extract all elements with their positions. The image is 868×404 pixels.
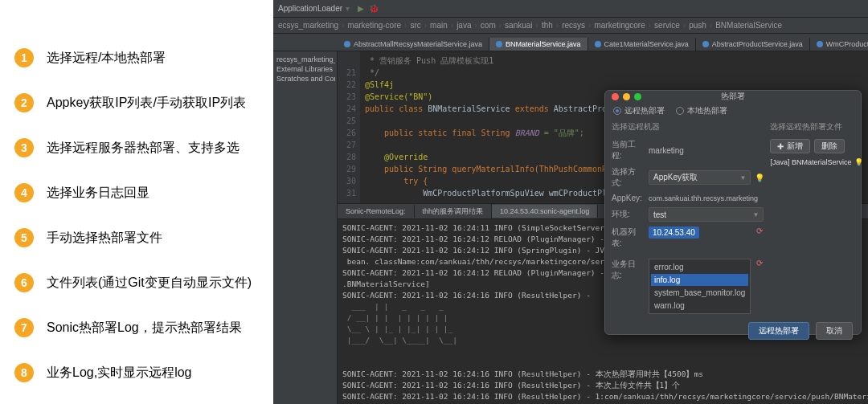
java-icon xyxy=(817,41,823,47)
refresh-icon[interactable]: ⟳ xyxy=(755,226,764,235)
dialog-titlebar: 热部署 xyxy=(605,91,861,102)
toolbar: ApplicationLoader ▾ ▶ 🐞 xyxy=(273,0,868,18)
project-tree[interactable]: recsys_marketing_l External Libraries Sc… xyxy=(273,51,338,404)
tree-item[interactable]: Scratches and Con xyxy=(275,74,335,84)
run-icon[interactable]: ▶ xyxy=(358,4,364,13)
log-line: SONIC-AGENT: 2021-11-02 16:24:16 INFO (R… xyxy=(342,369,703,378)
step-badge: 2 xyxy=(14,93,34,112)
step-3: 3选择远程服务器热部署、支持多选 xyxy=(14,138,264,157)
step-badge: 3 xyxy=(14,138,34,157)
select-value: AppKey获取 xyxy=(653,172,698,183)
step-text: 文件列表(通过Git变更自动显示文件) xyxy=(47,275,252,292)
crumb[interactable]: service xyxy=(654,21,686,30)
field-label: 业务日志: xyxy=(612,259,644,281)
step-text: Sonic热部署Log，提示热部署结果 xyxy=(47,320,242,337)
log-item[interactable]: error.log xyxy=(651,261,748,273)
tree-item[interactable]: recsys_marketing_l xyxy=(275,55,335,64)
radio-local[interactable]: 本地热部署 xyxy=(676,105,727,116)
crumb[interactable]: sankuai xyxy=(505,21,538,30)
method-select[interactable]: AppKey获取▼ xyxy=(649,170,751,185)
radio-icon xyxy=(613,107,621,115)
refresh-icon[interactable]: ⟳ xyxy=(755,259,764,267)
radio-icon xyxy=(676,107,684,115)
console-tab[interactable]: thh的服务调用结果 xyxy=(415,204,493,219)
log-file-list: error.log info.log system_base_monitor.l… xyxy=(649,259,751,314)
log-line: SONIC-AGENT: 2021-11-02 16:24:16 INFO (R… xyxy=(342,381,680,390)
step-badge: 1 xyxy=(14,48,34,67)
step-badge: 4 xyxy=(14,183,34,202)
step-text: 选择业务日志回显 xyxy=(47,185,149,202)
crumb[interactable]: src xyxy=(410,21,427,30)
radio-label: 本地热部署 xyxy=(687,105,727,116)
dialog-right-column: 选择远程热部署文件 ✚新增 删除 [Java] BNMaterialServic… xyxy=(770,121,866,314)
log-line: .BNMaterialService] xyxy=(342,280,430,288)
step-text: 选择远程/本地热部署 xyxy=(47,50,166,67)
log-item[interactable]: system_base_monitor.log xyxy=(651,287,748,299)
radio-label: 远程热部署 xyxy=(624,105,665,116)
add-file-button[interactable]: ✚新增 xyxy=(770,139,810,153)
chevron-down-icon: ▼ xyxy=(739,174,746,182)
appkey-value: com.sankuai.thh.recsys.marketing xyxy=(649,194,758,202)
selected-file[interactable]: [Java] BNMaterialService💡 xyxy=(770,158,866,166)
ip-item-selected[interactable]: 10.24.53.40 xyxy=(649,226,699,239)
crumb[interactable]: thh xyxy=(542,21,559,30)
dialog-title: 热部署 xyxy=(721,91,745,102)
crumb[interactable]: push xyxy=(689,21,712,30)
breadcrumbs: ecsys_marketing marketing-core src main … xyxy=(273,18,868,34)
debug-icon[interactable]: 🐞 xyxy=(369,4,379,13)
select-value: test xyxy=(653,210,666,219)
close-icon[interactable] xyxy=(612,93,619,100)
code-kw: try { xyxy=(365,177,428,186)
run-config[interactable]: ApplicationLoader xyxy=(278,4,342,13)
ascii-art: |___/ \__| \____| \__| xyxy=(342,336,457,345)
file-tab-active[interactable]: BNMaterialService.java xyxy=(489,38,588,51)
section-label: 选择远程热部署文件 xyxy=(770,121,866,133)
tree-item[interactable]: External Libraries xyxy=(275,64,335,74)
field-label: 机器列表: xyxy=(612,226,644,249)
cancel-button[interactable]: 取消 xyxy=(816,322,853,340)
window-controls xyxy=(612,93,641,100)
java-icon xyxy=(496,41,502,47)
btn-label: 新增 xyxy=(787,141,803,152)
project-value: marketing xyxy=(649,146,684,155)
chevron-down-icon: ▼ xyxy=(752,211,759,218)
crumb[interactable]: BNMaterialService xyxy=(715,21,785,30)
crumb[interactable]: com xyxy=(481,21,502,30)
step-text: 业务Log,实时显示远程log xyxy=(47,365,192,382)
bulb-icon: 💡 xyxy=(854,158,862,166)
file-tab[interactable]: AbstractMallRecsysMaterialService.java xyxy=(338,38,489,51)
deploy-button[interactable]: 远程热部署 xyxy=(748,322,809,340)
minimize-icon[interactable] xyxy=(623,93,630,100)
radio-remote[interactable]: 远程热部署 xyxy=(613,105,665,116)
file-tab[interactable]: WmCProductPlatformSpuView.class xyxy=(810,38,868,51)
file-tab[interactable]: AbstractProductService.java xyxy=(696,38,810,51)
log-line: SONIC-AGENT: 2021-11-02 16:24:16 INFO (R… xyxy=(342,392,868,401)
log-item-selected[interactable]: info.log xyxy=(651,274,748,286)
ascii-art: \__ \ | |_ | |_| | | |_ xyxy=(342,324,452,333)
delete-file-button[interactable]: 删除 xyxy=(814,139,845,153)
crumb[interactable]: main xyxy=(430,21,453,30)
env-select[interactable]: test▼ xyxy=(649,207,764,222)
crumb[interactable]: ecsys_marketing xyxy=(278,21,344,30)
console-tab-active[interactable]: 10.24.53.40:sonic-agent.log xyxy=(492,205,598,218)
file-tab[interactable]: Cate1MaterialService.java xyxy=(588,38,696,51)
dialog-footer: 远程热部署 取消 xyxy=(605,317,861,348)
zoom-icon[interactable] xyxy=(634,93,641,100)
log-item[interactable]: warn.log xyxy=(651,300,748,312)
steps-panel: 1选择远程/本地热部署 2Appkey获取IP列表/手动获取IP列表 3选择远程… xyxy=(0,0,273,404)
console-tab[interactable]: Sonic-RemoteLog: xyxy=(338,205,415,218)
crumb[interactable]: recsys xyxy=(562,21,591,30)
crumb[interactable]: marketing-core xyxy=(347,21,407,30)
deploy-mode-radios: 远程热部署 本地热部署 xyxy=(605,102,861,116)
ide-window: ApplicationLoader ▾ ▶ 🐞 ecsys_marketing … xyxy=(273,0,868,404)
file-tabs: AbstractMallRecsysMaterialService.java B… xyxy=(273,34,868,51)
step-6: 6文件列表(通过Git变更自动显示文件) xyxy=(14,273,264,292)
code-annotation: @Slf4j xyxy=(365,80,394,89)
step-text: 选择远程服务器热部署、支持多选 xyxy=(47,140,240,157)
crumb[interactable]: marketingcore xyxy=(594,21,651,30)
step-badge: 6 xyxy=(14,273,34,292)
crumb[interactable]: java xyxy=(457,21,477,30)
tab-label: AbstractMallRecsysMaterialService.java xyxy=(354,40,482,48)
step-1: 1选择远程/本地热部署 xyxy=(14,48,264,67)
plus-icon: ✚ xyxy=(777,142,784,151)
